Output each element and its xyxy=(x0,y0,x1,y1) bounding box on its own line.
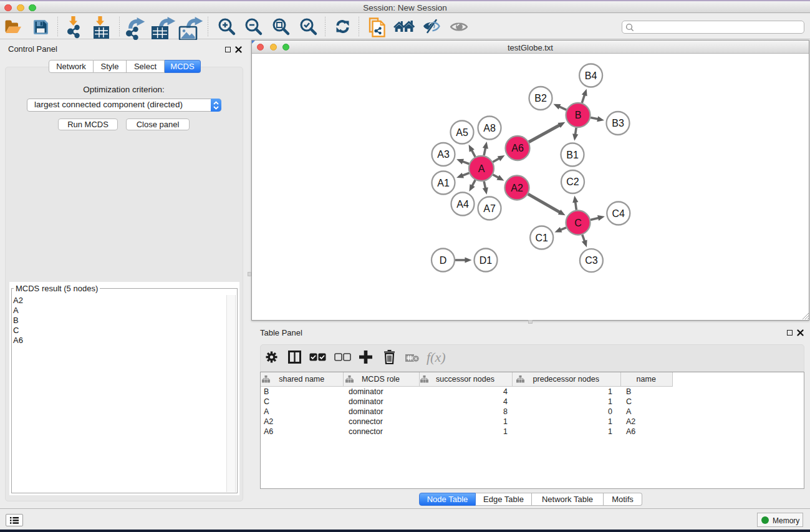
svg-text:C2: C2 xyxy=(566,177,579,187)
svg-text:C1: C1 xyxy=(535,233,548,243)
svg-text:B: B xyxy=(575,110,582,120)
svg-text:C: C xyxy=(574,218,582,228)
svg-text:A8: A8 xyxy=(483,123,496,133)
svg-text:A2: A2 xyxy=(511,183,523,193)
svg-text:A7: A7 xyxy=(483,203,496,214)
svg-text:A3: A3 xyxy=(437,149,450,160)
svg-text:D: D xyxy=(440,255,447,266)
svg-text:B2: B2 xyxy=(534,93,547,104)
svg-text:A: A xyxy=(478,163,485,174)
svg-text:A6: A6 xyxy=(511,143,524,153)
svg-text:B3: B3 xyxy=(612,118,624,128)
svg-text:A1: A1 xyxy=(437,178,450,188)
svg-text:A4: A4 xyxy=(456,199,469,210)
svg-text:B4: B4 xyxy=(585,70,597,81)
svg-text:C3: C3 xyxy=(585,255,598,266)
svg-text:A5: A5 xyxy=(456,127,468,138)
svg-text:D1: D1 xyxy=(480,255,493,266)
svg-text:B1: B1 xyxy=(566,150,579,160)
svg-text:C4: C4 xyxy=(612,208,625,219)
